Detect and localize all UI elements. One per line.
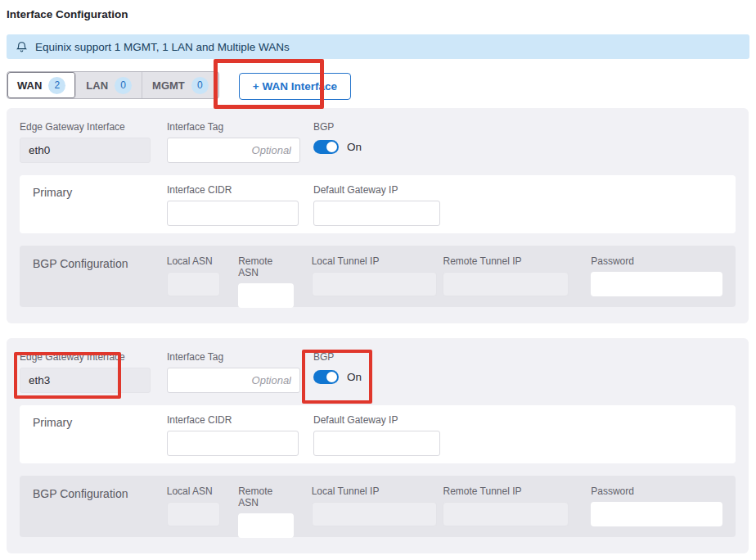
- local-asn-field: Local ASN: [167, 485, 220, 526]
- controls-row: WAN 2 LAN 0 MGMT 0 + WAN Interface: [7, 71, 749, 101]
- tab-lan[interactable]: LAN 0: [76, 72, 142, 98]
- interface-cidr-input[interactable]: [167, 431, 299, 456]
- tab-lan-label: LAN: [86, 79, 108, 92]
- bgp-toggle-state: On: [347, 141, 362, 153]
- local-asn-label: Local ASN: [167, 255, 220, 267]
- tab-mgmt-label: MGMT: [152, 79, 185, 92]
- remote-tunnel-ip-label: Remote Tunnel IP: [443, 255, 569, 267]
- remote-tunnel-ip-field: Remote Tunnel IP: [443, 485, 569, 526]
- local-asn-label: Local ASN: [167, 485, 220, 497]
- default-gateway-ip-input[interactable]: [313, 201, 440, 226]
- local-asn-field: Local ASN: [167, 255, 220, 296]
- primary-section-title: Primary: [33, 414, 167, 429]
- bgp-configuration-section: BGP Configuration Local ASN Remote ASN L…: [20, 246, 736, 307]
- local-tunnel-ip-input-disabled: [312, 272, 438, 296]
- primary-section-title: Primary: [33, 184, 167, 199]
- primary-section: Primary Interface CIDR Default Gateway I…: [20, 175, 736, 233]
- tab-wan[interactable]: WAN 2: [7, 72, 76, 98]
- page-title: Interface Configuration: [7, 8, 756, 20]
- bgp-configuration-section: BGP Configuration Local ASN Remote ASN L…: [20, 476, 736, 537]
- remote-tunnel-ip-label: Remote Tunnel IP: [443, 485, 569, 497]
- remote-asn-label: Remote ASN: [238, 255, 293, 278]
- interface-tag-field: Interface Tag: [167, 351, 300, 393]
- password-label: Password: [591, 255, 722, 267]
- interface-card-top-row: Edge Gateway Interface eth0 Interface Ta…: [20, 121, 736, 163]
- interface-card-eth0: Edge Gateway Interface eth0 Interface Ta…: [7, 108, 749, 323]
- default-gateway-ip-label: Default Gateway IP: [313, 184, 440, 196]
- tab-wan-label: WAN: [17, 79, 42, 92]
- interface-card-top-row: Edge Gateway Interface eth3 Interface Ta…: [20, 351, 736, 393]
- edge-gateway-interface-label: Edge Gateway Interface: [20, 121, 151, 133]
- tab-mgmt[interactable]: MGMT 0: [142, 72, 218, 98]
- bgp-label: BGP: [313, 351, 362, 363]
- banner-text: Equinix support 1 MGMT, 1 LAN and Multip…: [35, 41, 290, 53]
- bgp-configuration-title: BGP Configuration: [33, 255, 167, 270]
- password-field: Password: [591, 485, 722, 526]
- interface-tag-input[interactable]: [167, 138, 300, 163]
- local-tunnel-ip-label: Local Tunnel IP: [312, 255, 438, 267]
- default-gateway-ip-field: Default Gateway IP: [313, 184, 440, 226]
- edge-gateway-interface-label: Edge Gateway Interface: [20, 351, 151, 363]
- tab-wan-count-badge: 2: [48, 77, 65, 94]
- add-wan-interface-button[interactable]: + WAN Interface: [239, 73, 351, 100]
- interface-tag-label: Interface Tag: [167, 121, 300, 133]
- bgp-configuration-title: BGP Configuration: [33, 485, 167, 500]
- password-field: Password: [591, 255, 722, 296]
- bgp-toggle-state: On: [347, 371, 362, 383]
- password-input[interactable]: [591, 272, 722, 296]
- tab-mgmt-count-badge: 0: [191, 77, 209, 94]
- interface-cidr-field: Interface CIDR: [167, 184, 299, 226]
- edge-gateway-interface-value: eth3: [20, 368, 151, 393]
- remote-asn-input[interactable]: [238, 283, 293, 308]
- interface-cidr-label: Interface CIDR: [167, 184, 299, 196]
- bgp-toggle[interactable]: [313, 140, 339, 154]
- bell-icon: [16, 41, 27, 53]
- remote-asn-field: Remote ASN: [238, 485, 293, 538]
- remote-tunnel-ip-input-disabled: [443, 272, 569, 296]
- default-gateway-ip-field: Default Gateway IP: [313, 414, 440, 456]
- edge-gateway-interface-value: eth0: [20, 138, 151, 163]
- interface-cidr-input[interactable]: [167, 201, 299, 226]
- interface-card-eth3: Edge Gateway Interface eth3 Interface Ta…: [7, 338, 749, 553]
- interface-cidr-field: Interface CIDR: [167, 414, 299, 456]
- remote-tunnel-ip-input-disabled: [443, 502, 569, 526]
- remote-tunnel-ip-field: Remote Tunnel IP: [443, 255, 569, 296]
- local-asn-input-disabled: [167, 502, 220, 526]
- edge-gateway-interface-field: Edge Gateway Interface eth3: [20, 351, 151, 393]
- toggle-knob: [326, 372, 337, 382]
- interface-cidr-label: Interface CIDR: [167, 414, 299, 426]
- interface-tag-input[interactable]: [167, 368, 300, 393]
- bgp-toggle-field: BGP On: [313, 351, 362, 384]
- bgp-toggle-field: BGP On: [313, 121, 362, 154]
- interface-configuration-page: Interface Configuration Equinix support …: [0, 0, 756, 560]
- local-tunnel-ip-label: Local Tunnel IP: [312, 485, 438, 497]
- remote-asn-input[interactable]: [238, 513, 293, 538]
- local-tunnel-ip-field: Local Tunnel IP: [312, 485, 438, 526]
- interface-tag-label: Interface Tag: [167, 351, 300, 363]
- bgp-label: BGP: [313, 121, 362, 133]
- bgp-toggle[interactable]: [313, 370, 339, 384]
- default-gateway-ip-input[interactable]: [313, 431, 440, 456]
- tab-lan-count-badge: 0: [115, 77, 132, 94]
- password-input[interactable]: [591, 502, 722, 526]
- interface-tabs: WAN 2 LAN 0 MGMT 0: [7, 71, 219, 99]
- local-tunnel-ip-input-disabled: [312, 502, 438, 526]
- info-banner: Equinix support 1 MGMT, 1 LAN and Multip…: [7, 34, 749, 59]
- primary-section: Primary Interface CIDR Default Gateway I…: [20, 405, 736, 463]
- edge-gateway-interface-field: Edge Gateway Interface eth0: [20, 121, 151, 163]
- toggle-knob: [326, 142, 337, 152]
- interface-tag-field: Interface Tag: [167, 121, 300, 163]
- default-gateway-ip-label: Default Gateway IP: [313, 414, 440, 426]
- remote-asn-field: Remote ASN: [238, 255, 293, 308]
- local-asn-input-disabled: [167, 272, 220, 296]
- remote-asn-label: Remote ASN: [238, 485, 293, 508]
- local-tunnel-ip-field: Local Tunnel IP: [312, 255, 438, 296]
- password-label: Password: [591, 485, 722, 497]
